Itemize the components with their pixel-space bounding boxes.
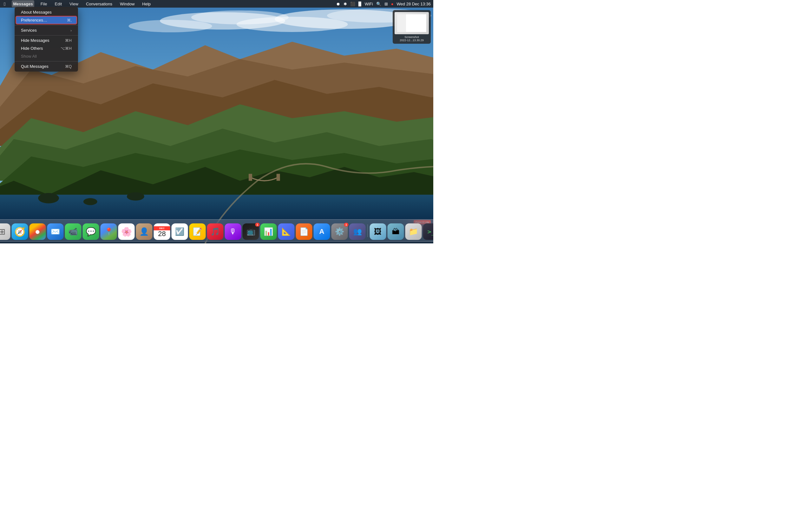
screenshot-preview-image <box>395 12 429 34</box>
svg-point-17 <box>127 192 144 201</box>
hide-others-item[interactable]: Hide Others ⌥⌘H <box>16 44 77 52</box>
dock-icon-maps[interactable]: 📍 <box>101 223 117 240</box>
screenshot-sidebar <box>397 14 406 32</box>
dock-icon-files[interactable]: 📁 <box>405 223 422 240</box>
svg-point-15 <box>38 193 59 204</box>
maps-icon-glyph: 📍 <box>104 228 113 236</box>
apple-menu-button[interactable]:  <box>3 0 7 7</box>
services-submenu-arrow: › <box>70 29 72 32</box>
dock-icon-messages[interactable]: 💬 <box>83 223 99 240</box>
dock-icon-notes[interactable]: 📝 <box>189 223 206 240</box>
wifi-icon[interactable]: WiFi <box>365 2 373 6</box>
display-icon[interactable]: ⬛ <box>350 2 355 6</box>
messages-icon-glyph: 💬 <box>86 227 96 237</box>
window-menu-label: Window <box>120 2 135 6</box>
dock-icon-appletv[interactable]: 📺 1 <box>243 223 259 240</box>
menubar-left:  Messages File Edit View Conversations … <box>3 0 152 7</box>
dock-icon-imageviewer[interactable]: 🏔 <box>388 223 404 240</box>
screenshot-label: Screenshot2022-12...13.30.29 <box>395 36 429 42</box>
dock-icon-safari[interactable]: 🧭 <box>12 223 28 240</box>
help-menu-button[interactable]: Help <box>141 0 152 7</box>
view-menu-button[interactable]: View <box>68 0 80 7</box>
teams-icon-glyph: 👥 <box>353 228 362 236</box>
dock-icon-podcasts[interactable]: 🎙 <box>225 223 241 240</box>
dock-icon-pages[interactable]: 📄 <box>296 223 312 240</box>
preferences-label: Preferences… <box>21 18 47 22</box>
dock-icon-music[interactable]: 🎵 <box>207 223 223 240</box>
edit-menu-button[interactable]: Edit <box>54 0 63 7</box>
dock-separator <box>368 224 368 237</box>
chrome-icon-glyph: ● <box>35 227 40 237</box>
facetime-icon-glyph: 📹 <box>68 227 78 236</box>
music-icon-glyph: 🎵 <box>211 227 220 236</box>
dock-icon-appstore[interactable]: A <box>314 223 330 240</box>
battery-icon[interactable]: ▉ <box>358 2 362 6</box>
calendar-icon-content: DEC 28 <box>154 223 170 240</box>
conversations-menu-button[interactable]: Conversations <box>85 0 113 7</box>
files-icon-glyph: 📁 <box>409 227 418 236</box>
dock-icon-numbers[interactable]: 📊 <box>260 223 277 240</box>
services-item[interactable]: Services › <box>16 26 77 34</box>
preferences-item[interactable]: Preferences… ⌘, <box>16 16 77 24</box>
calendar-day: 28 <box>158 230 165 237</box>
apple-icon:  <box>4 1 5 7</box>
messages-menu-button[interactable]: Messages <box>12 0 34 7</box>
datetime-display[interactable]: Wed 28 Dec 13:36 <box>397 2 431 6</box>
dock-icon-calendar[interactable]: DEC 28 <box>154 223 170 240</box>
quit-messages-item[interactable]: Quit Messages ⌘Q <box>16 62 77 70</box>
about-messages-item[interactable]: About Messages <box>16 8 77 16</box>
hide-messages-label: Hide Messages <box>21 38 49 43</box>
control-center-icon[interactable]: ⊞ <box>385 2 388 6</box>
bluetooth-icon[interactable]: ✱ <box>344 2 347 6</box>
window-menu-button[interactable]: Window <box>119 0 136 7</box>
hide-others-shortcut: ⌥⌘H <box>61 46 72 51</box>
systemprefs-icon-glyph: ⚙️ <box>335 227 345 236</box>
svg-point-16 <box>84 198 97 205</box>
dock-icon-preview[interactable]: 🖼 <box>370 223 386 240</box>
hide-messages-shortcut: ⌘H <box>65 38 72 43</box>
file-menu-button[interactable]: File <box>39 0 49 7</box>
pages-icon-glyph: 📄 <box>299 227 309 236</box>
view-menu-label: View <box>69 2 78 6</box>
dock-icon-facetime[interactable]: 📹 <box>65 223 82 240</box>
appletv-icon-glyph: 📺 <box>247 228 255 236</box>
services-label: Services <box>21 28 37 33</box>
svg-rect-18 <box>249 174 252 181</box>
siri-icon[interactable]: ● <box>391 2 394 6</box>
dock-icon-terminal[interactable]: >_ <box>423 223 434 240</box>
appletv-badge: 1 <box>255 223 260 227</box>
about-messages-label: About Messages <box>21 10 52 14</box>
notes-icon-glyph: 📝 <box>193 227 202 236</box>
dock-icon-systemprefs[interactable]: ⚙️ 1 <box>332 223 348 240</box>
screenshot-inner <box>397 14 426 32</box>
quit-messages-label: Quit Messages <box>21 64 49 69</box>
dock-icon-contacts[interactable]: 👤 <box>136 223 153 240</box>
file-menu-label: File <box>41 2 47 6</box>
messages-menu-label: Messages <box>13 2 33 6</box>
menu-separator-2 <box>14 35 78 36</box>
terminal-icon-glyph: >_ <box>427 228 433 235</box>
screenshot-content <box>406 14 426 32</box>
dock-icon-launchpad[interactable]: ⊞ <box>0 223 10 240</box>
menubar:  Messages File Edit View Conversations … <box>0 0 433 8</box>
keynote-icon-glyph: 📐 <box>282 227 291 236</box>
dock-icon-photos[interactable]: 🌸 <box>118 223 135 240</box>
dock-icon-keynote[interactable]: 📐 <box>278 223 295 240</box>
menubar-right: ⏺ ✱ ⬛ ▉ WiFi 🔍 ⊞ ● Wed 28 Dec 13:36 <box>336 2 431 6</box>
dock-icon-teams[interactable]: 👥 <box>349 223 366 240</box>
screenshot-thumbnail[interactable]: Screenshot2022-12...13.30.29 <box>393 10 431 44</box>
hide-messages-item[interactable]: Hide Messages ⌘H <box>16 37 77 44</box>
systemprefs-badge: 1 <box>344 223 349 227</box>
hide-others-label: Hide Others <box>21 46 43 51</box>
contacts-icon-glyph: 👤 <box>140 227 149 236</box>
dock-icon-mail[interactable]: ✉️ <box>47 223 64 240</box>
reminders-icon-glyph: ☑️ <box>175 227 185 236</box>
screen-record-icon[interactable]: ⏺ <box>336 2 340 6</box>
preview-icon-glyph: 🖼 <box>374 227 382 236</box>
launchpad-icon-glyph: ⊞ <box>0 227 6 237</box>
imageviewer-icon-glyph: 🏔 <box>392 227 400 236</box>
dock-icon-chrome[interactable]: ● <box>30 223 46 240</box>
preferences-shortcut: ⌘, <box>67 18 72 22</box>
search-icon[interactable]: 🔍 <box>376 2 381 6</box>
dock-icon-reminders[interactable]: ☑️ <box>171 223 188 240</box>
